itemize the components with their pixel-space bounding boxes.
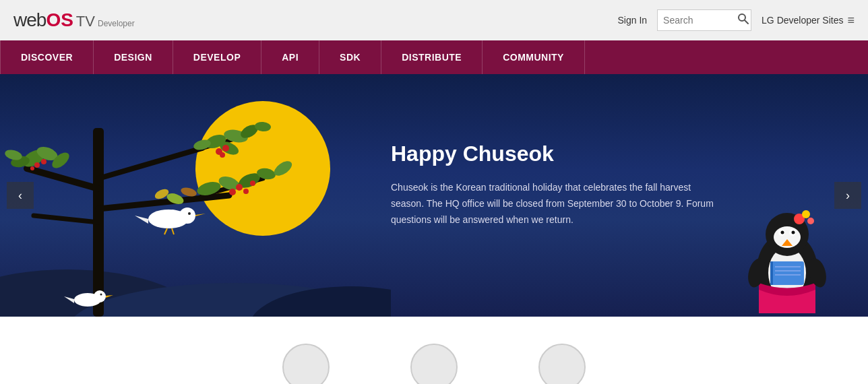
nav-item-discover[interactable]: DISCOVER	[0, 40, 94, 74]
nature-illustration	[0, 74, 391, 317]
hamburger-icon: ≡	[847, 13, 855, 28]
logo: webOS TV Developer	[13, 9, 135, 31]
hero-text-content: Happy Chuseok Chuseok is the Korean trad…	[391, 141, 714, 228]
nav-item-api[interactable]: API	[261, 40, 319, 74]
svg-marker-43	[195, 214, 206, 216]
bottom-circle-3	[538, 344, 586, 384]
svg-point-36	[243, 189, 249, 194]
svg-point-34	[229, 189, 236, 195]
nav-item-community[interactable]: COMMUNITY	[483, 40, 585, 74]
svg-point-39	[41, 159, 46, 164]
svg-rect-66	[770, 261, 773, 285]
lg-sites-menu[interactable]: LG Developer Sites ≡	[762, 13, 855, 28]
svg-point-63	[802, 210, 810, 218]
search-icon	[737, 13, 749, 25]
logo-developer-text: Developer	[98, 19, 135, 28]
sign-in-link[interactable]: Sign In	[617, 15, 647, 26]
next-slide-button[interactable]: ›	[834, 182, 861, 209]
header-right: Sign In LG Developer Sites ≡	[617, 9, 855, 31]
svg-point-44	[188, 212, 191, 215]
bottom-circle-1	[282, 344, 330, 384]
search-box	[657, 9, 751, 31]
lg-sites-label: LG Developer Sites	[762, 15, 843, 26]
nav-item-distribute[interactable]: DISTRIBUTE	[381, 40, 483, 74]
svg-line-8	[98, 148, 202, 179]
svg-point-51	[100, 294, 102, 296]
logo-web-text: web	[13, 9, 46, 31]
svg-point-35	[236, 184, 243, 191]
header: webOS TV Developer Sign In LG Developer …	[0, 0, 868, 40]
svg-point-61	[792, 231, 795, 234]
nav-item-develop[interactable]: DEVELOP	[173, 40, 261, 74]
svg-line-46	[164, 228, 167, 234]
svg-line-6	[27, 168, 98, 189]
svg-point-33	[220, 152, 225, 158]
search-input[interactable]	[663, 15, 737, 26]
bottom-section	[0, 317, 868, 384]
svg-point-37	[250, 181, 255, 186]
svg-point-64	[807, 218, 814, 224]
svg-marker-45	[135, 216, 148, 224]
svg-point-49	[94, 290, 106, 302]
svg-line-47	[172, 228, 174, 234]
svg-point-40	[30, 166, 34, 170]
hero-description: Chuseok is the Korean traditional holida…	[391, 180, 714, 228]
svg-point-60	[781, 231, 784, 234]
logo-os-text: OS	[46, 9, 73, 31]
search-button[interactable]	[737, 13, 749, 28]
svg-point-32	[222, 145, 229, 152]
hero-title: Happy Chuseok	[391, 141, 714, 166]
svg-point-38	[34, 162, 40, 168]
prev-slide-button[interactable]: ‹	[7, 182, 34, 209]
svg-point-42	[179, 207, 195, 224]
character-illustration	[740, 202, 834, 313]
svg-rect-65	[770, 261, 804, 285]
nav-item-sdk[interactable]: SDK	[319, 40, 381, 74]
main-nav: DISCOVER DESIGN DEVELOP API SDK DISTRIBU…	[0, 40, 868, 74]
bottom-circle-2	[410, 344, 458, 384]
svg-line-9	[34, 216, 98, 222]
hero-banner: Happy Chuseok Chuseok is the Korean trad…	[0, 74, 868, 317]
logo-tv-text: TV	[76, 13, 95, 30]
nav-item-design[interactable]: DESIGN	[94, 40, 173, 74]
svg-line-1	[745, 20, 748, 24]
